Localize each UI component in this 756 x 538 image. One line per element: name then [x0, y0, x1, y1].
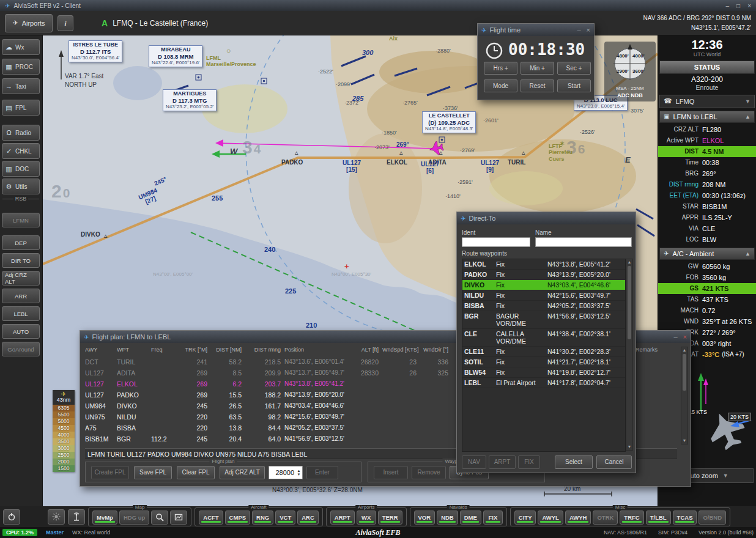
rsb-button-lebl[interactable]: LEBL	[2, 306, 40, 321]
toolbar-button-tcas[interactable]: TCAS	[673, 510, 697, 525]
search-icon[interactable]	[151, 510, 168, 525]
toolbar-button-dme[interactable]: DME	[460, 510, 481, 525]
list-item-blw54[interactable]: BLW54FixN41°19.8', E002°12.7'	[462, 367, 625, 378]
list-item-padko[interactable]: PADKOFixN43°13.9', E005°20.0'	[462, 270, 625, 280]
scroll-up-icon[interactable]: ▲	[681, 347, 687, 353]
close-icon[interactable]: ×	[683, 333, 687, 341]
scroll-down-icon[interactable]: ▼	[681, 438, 687, 444]
toolbar-button-t-lbl[interactable]: T/LBL	[646, 510, 671, 525]
column-header[interactable]: ALT [ft]	[358, 347, 382, 356]
flight-time-titlebar[interactable]: ✈ Flight time – ×	[478, 24, 594, 36]
info-button[interactable]: i	[57, 15, 73, 31]
start-button[interactable]: Start	[557, 79, 591, 92]
column-header[interactable]: Position	[284, 347, 358, 356]
hrs--button[interactable]: Hrs +	[484, 62, 517, 75]
sidebar-item-chkl[interactable]: ✓CHKL	[2, 143, 40, 159]
minimize-button[interactable]: –	[577, 26, 580, 34]
rsb-button-adj-crz-alt[interactable]: Adj CRZ ALT	[2, 271, 40, 286]
arpt-filter-button[interactable]: ARPT	[489, 455, 516, 469]
column-header[interactable]: DIST rmng	[245, 347, 284, 356]
rsb-button-lfmn[interactable]: LFMN	[2, 213, 40, 227]
list-item-nildu[interactable]: NILDUFixN42°15.6', E003°49.7'	[462, 290, 625, 301]
minimize-button[interactable]: –	[726, 2, 730, 9]
waypoint-symbol-divko[interactable]: ▵	[104, 232, 108, 240]
insert-button[interactable]: Insert	[374, 466, 408, 479]
toolbar-button-awyl[interactable]: AWYL	[538, 510, 563, 525]
nav-filter-button[interactable]: NAV	[462, 455, 486, 469]
toolbar-button-city[interactable]: CITY	[514, 510, 536, 525]
scroll-thumb[interactable]	[628, 266, 631, 339]
cancel-button[interactable]: Cancel	[596, 455, 632, 469]
list-item-lebl[interactable]: LEBLEl Prat AirportN41°17.8', E002°04.7'	[462, 378, 625, 388]
clear-fpl-button[interactable]: Clear FPL	[177, 466, 215, 479]
scroll-thumb[interactable]	[683, 354, 686, 391]
list-item-bgr[interactable]: BGRBAGUR VOR/DMEN41°56.9', E003°12.5'	[462, 311, 625, 329]
toolbar-button-acft[interactable]: ACFT	[199, 510, 223, 525]
toolbar-button-otrk[interactable]: OTRK	[593, 510, 618, 525]
column-header[interactable]: DIST [NM]	[211, 347, 245, 356]
toolbar-button-fix[interactable]: FIX	[483, 510, 503, 525]
column-header[interactable]: Remarks	[636, 347, 661, 356]
adj-crz-alt-button[interactable]: Adj CRZ ALT	[220, 466, 265, 479]
sidebar-item-fpl[interactable]: ▤FPL	[2, 100, 40, 116]
scrollbar[interactable]: ▲ ▼	[626, 259, 633, 451]
toolbar-button-terr[interactable]: TERR	[378, 510, 402, 525]
toolbar-button-vct[interactable]: VCT	[275, 510, 295, 525]
toolbar-button-arc[interactable]: ARC	[297, 510, 319, 525]
toolbar-button-o-bnd[interactable]: O/BND	[699, 510, 726, 525]
select-button[interactable]: Select	[555, 455, 593, 469]
toolbar-button-ndb[interactable]: NDB	[437, 510, 458, 525]
airport-selector[interactable]: ☎ LFMQ ▼	[659, 95, 755, 108]
column-header[interactable]: WPT	[117, 347, 151, 356]
toolbar-button-trfc[interactable]: TRFC	[620, 510, 643, 525]
toolbar-button-rng[interactable]: RNG	[252, 510, 273, 525]
sidebar-item-wx[interactable]: ☁Wx	[2, 39, 40, 55]
toolbar-button-wx[interactable]: WX	[357, 510, 376, 525]
rsb-button-auto[interactable]: AUTO	[2, 324, 40, 339]
minimize-button[interactable]: –	[673, 333, 677, 341]
airports-button[interactable]: ✈ Airports	[5, 14, 53, 32]
sidebar-item-doc[interactable]: ▥DOC	[2, 161, 40, 177]
sec--button[interactable]: Sec +	[557, 62, 591, 75]
toolbar-button-vor[interactable]: VOR	[414, 510, 435, 525]
list-item-sotil[interactable]: SOTILFixN41°21.7', E002°18.1'	[462, 357, 625, 367]
route-section-header[interactable]: ▣ LFMN to LEBL ▲	[659, 111, 755, 123]
name-input[interactable]	[535, 237, 632, 247]
waypoint-symbol-turil[interactable]: ▵	[522, 149, 525, 157]
waypoint-symbol-adita[interactable]: ▵	[439, 149, 443, 157]
waypoint-symbol-elkol[interactable]: ▵	[399, 149, 403, 157]
rsb-button-dir-to[interactable]: DIR TO	[2, 253, 40, 268]
ident-input[interactable]	[462, 237, 530, 247]
toolbar-button-hdg-up[interactable]: HDG up	[119, 510, 149, 525]
column-header[interactable]: Freq	[151, 347, 179, 356]
waypoint-symbol-padko[interactable]: ▵	[295, 149, 298, 157]
sidebar-item-proc[interactable]: ▦PROC	[2, 59, 40, 75]
maximize-button[interactable]: □	[736, 2, 740, 9]
enter-button[interactable]: Enter	[306, 466, 338, 479]
create-fpl-button[interactable]: Create FPL	[91, 466, 129, 479]
rsb-button-goaround[interactable]: GoAround	[2, 342, 40, 356]
sidebar-item-radio[interactable]: ΩRadio	[2, 125, 40, 141]
rsb-button-dep[interactable]: DEP	[2, 235, 40, 250]
window-titlebar[interactable]: ✈ AivlaSoft EFB v2 - Client – □ ×	[0, 0, 756, 11]
cruise-altitude-stepper[interactable]: 28000 ▲▼	[269, 466, 303, 479]
chart-icon[interactable]	[170, 510, 187, 525]
list-item-cle[interactable]: CLECALELLA VOR/DMEN41°38.4', E002°38.1'	[462, 329, 625, 347]
column-header[interactable]: AWY	[85, 347, 117, 356]
stepper-arrows-icon[interactable]: ▲▼	[295, 469, 302, 476]
power-icon[interactable]	[3, 509, 20, 525]
toolbar-button-arpt[interactable]: ARPT	[330, 510, 355, 525]
ambient-section-header[interactable]: ✈ A/C - Ambient ▲	[659, 248, 755, 260]
rsb-button-arr[interactable]: ARR	[2, 289, 40, 303]
fix-filter-button[interactable]: FIX	[518, 455, 540, 469]
list-item-cle11[interactable]: CLE11FixN41°30.2', E002°28.3'	[462, 347, 625, 357]
column-header[interactable]: TRK [°M]	[179, 347, 211, 356]
mode-button[interactable]: Mode	[484, 79, 517, 92]
toolbar-button-cmps[interactable]: CMPS	[225, 510, 250, 525]
direct-to-titlebar[interactable]: ✈ Direct-To	[457, 212, 636, 224]
close-button[interactable]: ×	[747, 2, 751, 9]
antenna-icon[interactable]	[68, 509, 85, 525]
save-fpl-button[interactable]: Save FPL	[134, 466, 172, 479]
column-header[interactable]: WndSpd [KTS]	[382, 347, 420, 356]
scroll-up-icon[interactable]: ▲	[626, 259, 632, 265]
